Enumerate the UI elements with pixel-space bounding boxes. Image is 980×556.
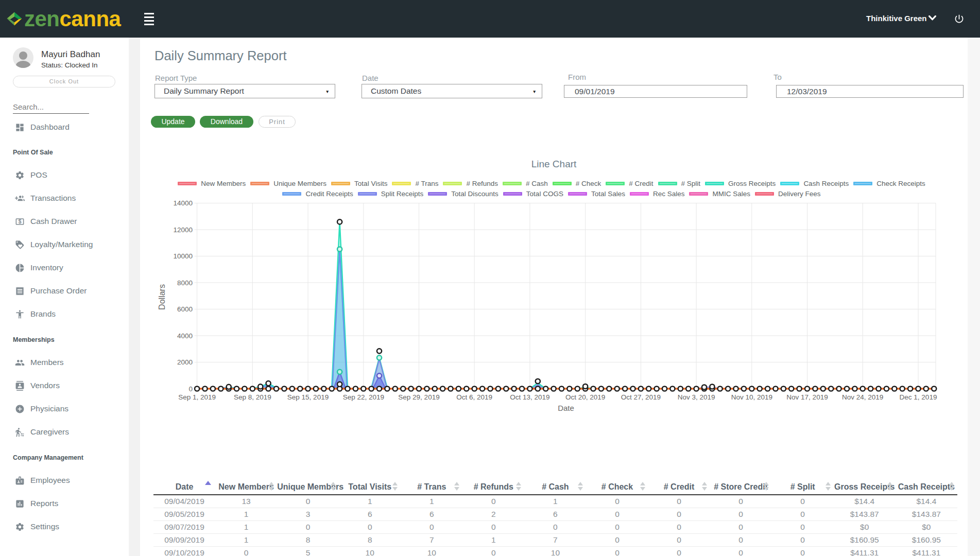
svg-text:12000: 12000 [173,226,193,234]
svg-text:Sep 29, 2019: Sep 29, 2019 [398,393,439,401]
svg-text:Sep 15, 2019: Sep 15, 2019 [287,393,329,401]
svg-text:Nov 17, 2019: Nov 17, 2019 [786,393,828,401]
svg-text:2000: 2000 [177,358,193,366]
svg-text:Oct 27, 2019: Oct 27, 2019 [621,393,661,401]
svg-text:14000: 14000 [173,199,193,207]
svg-text:8000: 8000 [177,279,193,287]
svg-text:Dollars: Dollars [158,284,166,310]
svg-text:6000: 6000 [177,305,193,313]
svg-text:Oct 20, 2019: Oct 20, 2019 [565,393,605,401]
svg-text:4000: 4000 [177,332,193,340]
svg-text:Sep 1, 2019: Sep 1, 2019 [178,393,216,401]
svg-text:Nov 10, 2019: Nov 10, 2019 [731,393,772,401]
svg-text:Sep 8, 2019: Sep 8, 2019 [234,393,271,401]
svg-text:0: 0 [188,385,193,393]
svg-text:Nov 3, 2019: Nov 3, 2019 [678,393,715,401]
svg-text:Oct 13, 2019: Oct 13, 2019 [510,393,549,401]
svg-text:Date: Date [558,404,574,412]
svg-text:Nov 24, 2019: Nov 24, 2019 [842,393,883,401]
svg-text:10000: 10000 [173,252,193,260]
svg-text:Oct 6, 2019: Oct 6, 2019 [456,393,492,401]
svg-text:Sep 22, 2019: Sep 22, 2019 [343,393,384,401]
svg-text:Dec 1, 2019: Dec 1, 2019 [900,393,937,401]
